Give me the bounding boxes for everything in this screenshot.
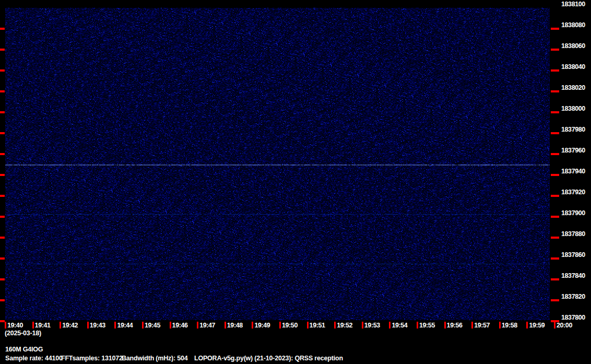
freq-tick-mark-left [0, 174, 5, 176]
time-tick-mark [526, 322, 528, 328]
freq-tick-mark-right [551, 69, 559, 72]
freq-tick-mark-left [0, 90, 5, 92]
time-tick-label: 19:54 [392, 322, 407, 329]
freq-tick-mark-right [551, 299, 559, 301]
freq-tick-label: 1838080 [561, 21, 585, 29]
freq-tick-mark-right [551, 28, 559, 30]
program-version-label: LOPORA-v5g.py(w) (21-10-2023): QRSS rece… [194, 355, 343, 362]
time-tick-mark [279, 322, 281, 328]
time-tick-label: 19:43 [90, 322, 105, 329]
freq-tick-label: 1837960 [561, 147, 585, 154]
freq-tick-mark-left [0, 132, 5, 134]
time-tick-mark [252, 322, 253, 328]
time-tick-label: 19:44 [117, 322, 133, 329]
time-tick-label: 19:42 [62, 322, 78, 329]
time-tick-label: 19:46 [172, 322, 188, 329]
freq-tick-mark-right [551, 90, 559, 92]
freq-tick-mark-left [0, 237, 5, 239]
freq-tick-mark-right [551, 237, 559, 239]
freq-tick-mark-left [0, 216, 5, 218]
freq-tick-mark-left [0, 257, 5, 260]
freq-tick-mark-right [551, 216, 559, 218]
status-line: Sample rate: 44100 FFTsamples: 131072 Ba… [0, 355, 591, 362]
time-tick-label: 19:55 [419, 322, 435, 329]
time-tick-label: 19:57 [474, 322, 490, 329]
time-tick-label: 19:58 [502, 322, 517, 329]
freq-tick-mark-right [551, 257, 559, 260]
freq-tick-label: 1838020 [561, 84, 585, 91]
sample-rate-label: Sample rate: 44100 [5, 355, 63, 362]
freq-tick-mark-left [0, 49, 5, 51]
freq-tick-label: 1837840 [561, 272, 585, 279]
time-tick-label: 19:59 [529, 322, 545, 329]
freq-tick-label: 1838100 [561, 1, 585, 8]
freq-tick-mark-left [0, 69, 5, 72]
time-tick-mark [334, 322, 336, 328]
station-label: 160M G4IOG [5, 346, 43, 353]
freq-tick-mark-right [551, 111, 559, 113]
time-tick-mark [60, 322, 61, 328]
time-tick-label: 19:48 [227, 322, 243, 329]
time-tick-mark [499, 322, 501, 328]
freq-tick-mark-right [551, 153, 559, 155]
freq-tick-mark-right [551, 132, 559, 134]
freq-tick-label: 1838040 [561, 63, 585, 71]
freq-tick-label: 1838060 [561, 42, 585, 50]
freq-tick-label: 1837920 [561, 189, 585, 196]
freq-tick-label: 1837860 [561, 251, 585, 259]
time-tick-label: 19:50 [282, 322, 298, 329]
freq-tick-label: 1837940 [561, 168, 585, 175]
time-tick-label: 19:51 [310, 322, 325, 329]
time-tick-label: 19:56 [447, 322, 463, 329]
time-tick-label: 20:00 [557, 322, 572, 329]
freq-tick-mark-left [0, 111, 5, 113]
time-tick-label: 19:41 [35, 322, 51, 329]
date-label: (2025-03-18) [5, 330, 41, 337]
time-tick-mark [142, 322, 144, 328]
bandwidth-label: Bandwidth (mHz): 504 [122, 355, 188, 362]
lopora-grabber-window: 1838100183808018380601838040183802018380… [0, 0, 591, 364]
time-tick-mark [197, 322, 198, 328]
time-tick-label: 19:52 [337, 322, 352, 329]
time-tick-mark [471, 322, 473, 328]
freq-tick-mark-left [0, 299, 5, 301]
time-tick-mark [170, 322, 171, 328]
time-tick-label: 19:47 [199, 322, 215, 329]
time-tick-mark [554, 322, 555, 328]
freq-tick-label: 1838000 [561, 105, 585, 112]
freq-tick-mark-left [0, 320, 5, 322]
time-tick-mark [224, 322, 226, 328]
freq-tick-mark-left [0, 195, 5, 197]
time-tick-label: 19:40 [7, 322, 23, 329]
freq-tick-label: 1837820 [561, 293, 585, 300]
time-tick-mark [307, 322, 309, 328]
freq-tick-label: 1837900 [561, 209, 585, 217]
time-tick-mark [362, 322, 363, 328]
freq-tick-mark-left [0, 28, 5, 30]
freq-tick-mark-right [551, 195, 559, 197]
time-tick-mark [444, 322, 446, 328]
freq-tick-mark-right [551, 278, 559, 280]
fft-samples-label: FFTsamples: 131072 [61, 355, 123, 362]
freq-tick-mark-left [0, 278, 5, 280]
freq-tick-label: 1837980 [561, 126, 585, 133]
time-tick-mark [5, 322, 6, 328]
freq-tick-label: 1837800 [561, 314, 585, 321]
time-tick-mark [32, 322, 34, 328]
time-tick-mark [389, 322, 391, 328]
time-tick-label: 19:45 [145, 322, 160, 329]
spectrogram-waterfall [5, 8, 550, 320]
freq-tick-mark-right [551, 49, 559, 51]
freq-tick-mark-left [0, 153, 5, 155]
freq-tick-label: 1837880 [561, 230, 585, 238]
time-tick-label: 19:53 [364, 322, 380, 329]
time-tick-mark [87, 322, 89, 328]
time-tick-mark [417, 322, 418, 328]
time-tick-label: 19:49 [254, 322, 270, 329]
freq-tick-mark-right [551, 174, 559, 176]
time-tick-mark [114, 322, 116, 328]
